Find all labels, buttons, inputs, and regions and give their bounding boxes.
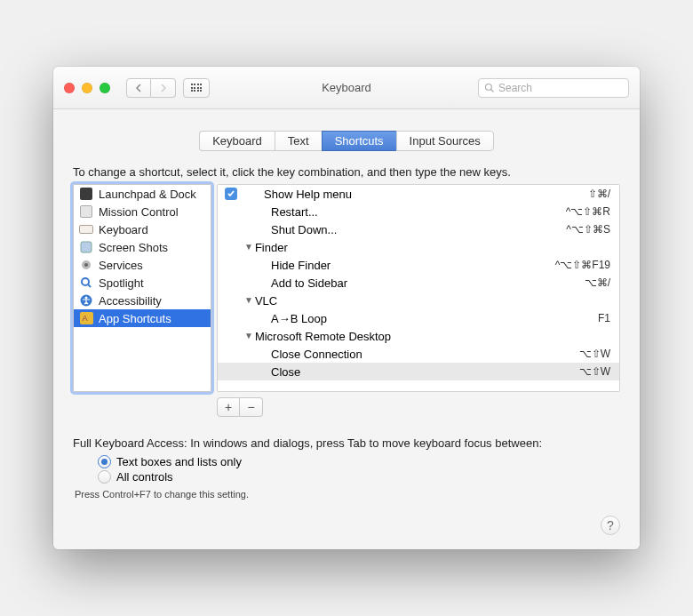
tab-keyboard[interactable]: Keyboard [199,131,275,151]
acc-icon [79,293,93,308]
fka-heading: Full Keyboard Access: In windows and dia… [73,436,620,450]
shortcut-keys: F1 [598,312,610,324]
sidebar-item-label: Spotlight [99,276,144,290]
mcontrol-icon [79,204,93,219]
radio-label: All controls [116,470,173,484]
add-remove-segment: + − [217,397,620,417]
shortcut-label: Show Help menu [264,188,352,201]
shortcut-keys: ⌥⇧W [579,348,610,360]
shortcut-row[interactable]: Close⌥⇧W [218,363,619,380]
sidebar-item-mission-control[interactable]: Mission Control [74,203,211,220]
shortcut-row[interactable]: Add to Sidebar⌥⌘/ [218,274,619,292]
svg-line-1 [491,89,494,92]
keyboard-icon [79,222,93,236]
shortcut-row[interactable]: Restart...^⌥⇧⌘R [218,203,619,220]
category-sidebar[interactable]: Launchpad & DockMission ControlKeyboardS… [73,184,211,392]
tab-shortcuts[interactable]: Shortcuts [322,131,396,151]
disclosure-triangle-icon[interactable]: ▼ [244,242,253,252]
panes: Launchpad & DockMission ControlKeyboardS… [73,184,620,392]
sidebar-item-label: App Shortcuts [99,312,171,325]
shortcut-label: A→B Loop [271,312,327,325]
nav-segment [126,78,176,98]
spot-icon [79,276,93,290]
shortcut-label: Close [271,365,300,379]
remove-shortcut-button[interactable]: − [240,397,263,417]
tab-input-sources[interactable]: Input Sources [396,131,494,151]
sidebar-item-screen-shots[interactable]: Screen Shots [74,238,211,256]
window-controls [64,83,110,93]
sidebar-item-spotlight[interactable]: Spotlight [74,274,211,292]
svg-rect-2 [81,242,92,252]
shortcut-keys: ^⌥⇧⌘F19 [555,259,610,271]
svg-point-4 [84,263,88,267]
disclosure-triangle-icon[interactable]: ▼ [244,331,253,340]
svg-point-8 [85,297,88,300]
add-shortcut-button[interactable]: + [217,397,240,417]
zoom-window-button[interactable] [100,83,110,93]
shortcut-row[interactable]: Show Help menu⇧⌘/ [218,185,619,203]
shortcut-row[interactable]: ▼Finder [218,238,619,256]
shortcut-keys: ⇧⌘/ [588,188,610,200]
radio-button[interactable] [98,470,111,484]
sidebar-item-services[interactable]: Services [74,256,211,274]
show-all-button[interactable] [183,78,210,98]
instruction-text: To change a shortcut, select it, click t… [73,165,620,179]
sidebar-item-label: Screen Shots [99,241,168,254]
fka-option[interactable]: All controls [98,470,620,484]
svg-line-6 [88,284,91,287]
shortcut-label: Close Connection [271,348,362,361]
shortcut-keys: ⌥⌘/ [585,276,610,289]
shortcut-group-label: VLC [255,294,277,308]
fka-hint: Press Control+F7 to change this setting. [75,489,620,500]
titlebar: Keyboard Search [53,67,640,109]
shortcut-keys: ⌥⇧W [579,365,610,378]
shortcut-row[interactable]: A→B LoopF1 [218,309,619,327]
close-window-button[interactable] [64,83,75,93]
shortcut-row[interactable]: ▼Microsoft Remote Desktop [218,327,619,345]
sidebar-item-app-shortcuts[interactable]: AApp Shortcuts [74,309,211,327]
sidebar-item-label: Keyboard [99,223,148,236]
shortcut-label: Hide Finder [271,259,331,272]
help-area: ? [73,516,620,535]
content-area: KeyboardTextShortcutsInput Sources To ch… [53,109,640,549]
shortcut-checkbox[interactable] [225,188,237,200]
search-icon [484,83,495,93]
sidebar-item-label: Accessibility [99,294,162,308]
shortcut-row[interactable]: Hide Finder^⌥⇧⌘F19 [218,256,619,274]
shortcut-row[interactable]: Close Connection⌥⇧W [218,345,619,363]
radio-button[interactable] [98,455,111,468]
sidebar-item-label: Mission Control [99,205,179,219]
svg-point-0 [486,84,492,90]
search-placeholder: Search [498,82,532,94]
fka-option[interactable]: Text boxes and lists only [98,455,620,468]
shortcut-list[interactable]: Show Help menu⇧⌘/Restart...^⌥⇧⌘RShut Dow… [217,184,620,392]
search-field[interactable]: Search [478,78,629,98]
full-keyboard-access-section: Full Keyboard Access: In windows and dia… [73,436,620,500]
minimize-window-button[interactable] [82,83,92,93]
forward-button[interactable] [151,78,176,98]
shortcut-label: Restart... [271,205,318,219]
shortcut-row[interactable]: Shut Down...^⌥⇧⌘S [218,220,619,238]
sidebar-item-label: Services [99,259,143,272]
sidebar-item-accessibility[interactable]: Accessibility [74,292,211,309]
disclosure-triangle-icon[interactable]: ▼ [244,295,253,305]
help-button[interactable]: ? [601,516,620,535]
app-icon: A [79,311,93,325]
launchpad-icon [79,187,93,201]
shortcut-label: Add to Sidebar [271,276,347,290]
tab-bar: KeyboardTextShortcutsInput Sources [73,131,620,151]
svg-point-5 [82,278,89,285]
tab-text[interactable]: Text [275,131,322,151]
shortcut-keys: ^⌥⇧⌘R [566,205,610,218]
sidebar-item-label: Launchpad & Dock [99,188,196,201]
sidebar-item-keyboard[interactable]: Keyboard [74,220,211,238]
shortcut-group-label: Microsoft Remote Desktop [255,330,391,343]
shortcut-keys: ^⌥⇧⌘S [566,223,610,236]
shortcut-row[interactable]: ▼VLC [218,292,619,309]
grid-icon [191,84,203,92]
screen-icon [79,240,93,254]
back-button[interactable] [126,78,151,98]
sidebar-item-launchpad-dock[interactable]: Launchpad & Dock [74,185,211,203]
preferences-window: Keyboard Search KeyboardTextShortcutsInp… [53,67,640,549]
gear-icon [79,258,93,272]
